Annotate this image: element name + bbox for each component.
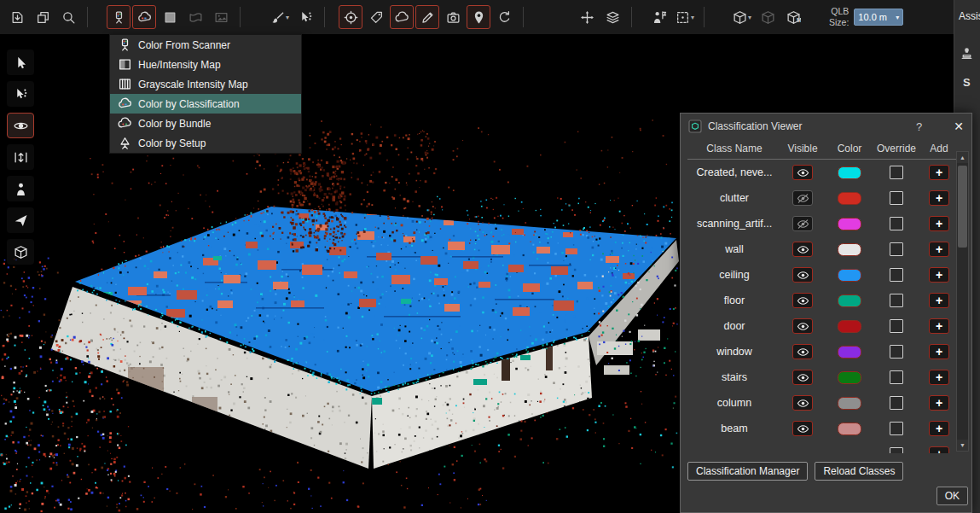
visibility-toggle-button[interactable]	[792, 370, 813, 385]
add-class-button[interactable]: +	[929, 318, 949, 334]
color-from-scanner-button[interactable]	[107, 5, 130, 29]
layers-button[interactable]	[600, 5, 624, 29]
override-checkbox[interactable]	[890, 242, 903, 256]
add-class-button[interactable]: +	[929, 267, 949, 283]
tag-button[interactable]	[364, 5, 388, 29]
color-swatch[interactable]	[838, 423, 861, 435]
walkthrough-tool-button[interactable]	[7, 176, 34, 201]
add-class-button[interactable]: +	[929, 395, 949, 411]
clipping-box-tool-button[interactable]	[7, 239, 34, 265]
markup-pen-button[interactable]	[415, 5, 439, 29]
scroll-thumb[interactable]	[958, 166, 967, 248]
pick-select-tool-button[interactable]	[7, 81, 34, 107]
menu-item-color-by-setup[interactable]: Color by Setup	[110, 133, 301, 153]
chevron-down-icon[interactable]: ▾	[748, 14, 751, 21]
reload-classes-button[interactable]: Reload Classes	[815, 462, 903, 481]
setup-icon	[117, 136, 132, 150]
visibility-toggle-button[interactable]	[792, 242, 813, 257]
color-swatch[interactable]	[838, 218, 861, 230]
add-class-button[interactable]: +	[929, 344, 949, 359]
color-cell	[838, 192, 861, 205]
chevron-down-icon[interactable]: ▾	[691, 14, 694, 21]
add-class-button[interactable]: +	[929, 446, 949, 453]
pick-points-button[interactable]	[293, 5, 317, 29]
help-button[interactable]: ?	[916, 120, 922, 133]
scrollbar[interactable]: ▲ ▼	[956, 151, 969, 452]
menu-item-color-by-bundle[interactable]: Color by Bundle	[110, 114, 301, 133]
color-swatch[interactable]	[838, 371, 861, 384]
visibility-toggle-button[interactable]	[792, 165, 813, 180]
snapshot-camera-button[interactable]	[441, 5, 465, 29]
override-checkbox[interactable]	[890, 191, 903, 205]
paint-tool-button[interactable]: ▾	[268, 5, 292, 29]
classification-manager-button[interactable]: Classification Manager	[687, 462, 808, 481]
override-checkbox[interactable]	[890, 345, 903, 359]
annotation-cloud-button[interactable]	[390, 5, 414, 29]
pan-tool-button[interactable]	[7, 144, 34, 170]
override-checkbox[interactable]	[890, 370, 903, 384]
override-checkbox[interactable]	[890, 447, 903, 453]
orbit-tool-button[interactable]	[7, 113, 34, 138]
override-checkbox[interactable]	[890, 319, 903, 333]
menu-item-color-from-scanner[interactable]: Color From Scanner	[110, 35, 301, 55]
visibility-toggle-button[interactable]	[792, 267, 813, 283]
color-swatch[interactable]	[838, 397, 861, 410]
import-project-button[interactable]	[5, 5, 29, 29]
classification-viewer-titlebar[interactable]: Classification Viewer ? ✕	[681, 114, 971, 139]
override-checkbox[interactable]	[890, 422, 903, 435]
zoom-button[interactable]	[56, 5, 80, 29]
scroll-down-button[interactable]: ▼	[957, 440, 968, 451]
selection-mode-button[interactable]: ▾	[673, 5, 697, 29]
ok-button[interactable]: OK	[937, 487, 968, 505]
visibility-toggle-button[interactable]	[792, 421, 813, 436]
color-swatch[interactable]	[838, 346, 861, 359]
color-by-classification-button[interactable]	[132, 5, 156, 29]
clipping-box-button[interactable]: ▾	[730, 5, 754, 29]
select-tool-button[interactable]	[7, 50, 34, 75]
fly-tool-button[interactable]	[7, 207, 34, 233]
menu-item-hue-intensity-map[interactable]: Hue/Intensity Map	[110, 55, 301, 74]
override-checkbox[interactable]	[890, 268, 903, 282]
color-swatch[interactable]	[838, 294, 861, 307]
visible-cell	[792, 165, 813, 180]
visibility-toggle-button[interactable]	[792, 344, 813, 359]
color-swatch[interactable]	[838, 192, 861, 205]
transform-axes-button[interactable]	[575, 5, 599, 29]
add-class-button[interactable]: +	[929, 293, 949, 308]
color-swatch[interactable]	[838, 243, 861, 256]
registration-user-button[interactable]	[647, 5, 671, 29]
qlb-size-select[interactable]: 10.0 m ▾	[854, 9, 903, 26]
add-class-button[interactable]: +	[929, 242, 949, 257]
menu-item-grayscale-intensity-map[interactable]: Grayscale Intensity Map	[110, 74, 301, 94]
visibility-toggle-button[interactable]	[792, 318, 813, 334]
visibility-toggle-button[interactable]	[792, 395, 813, 411]
rotate-view-button[interactable]	[492, 5, 516, 29]
override-checkbox[interactable]	[890, 396, 903, 410]
color-swatch[interactable]	[838, 166, 861, 179]
chevron-down-icon[interactable]: ▾	[286, 14, 289, 21]
add-class-button[interactable]: +	[929, 165, 949, 180]
assistant-tool-icon[interactable]	[960, 46, 974, 61]
scroll-up-button[interactable]: ▲	[957, 152, 968, 163]
menu-item-color-by-classification[interactable]: Color by Classification	[110, 94, 301, 114]
add-class-button[interactable]: +	[929, 370, 949, 385]
visibility-toggle-button[interactable]	[792, 216, 813, 231]
visibility-toggle-button[interactable]	[792, 190, 813, 206]
color-swatch[interactable]	[838, 269, 861, 282]
color-swatch[interactable]	[838, 320, 861, 333]
model-box-button[interactable]: M	[781, 5, 805, 29]
target-marker-button[interactable]	[339, 5, 362, 29]
close-icon[interactable]: ✕	[954, 120, 964, 133]
visible-cell	[792, 395, 813, 411]
override-checkbox[interactable]	[890, 294, 903, 307]
add-class-button[interactable]: +	[929, 421, 949, 436]
solid-color-button[interactable]	[158, 5, 182, 29]
override-checkbox[interactable]	[890, 166, 903, 179]
duplicate-window-button[interactable]	[31, 5, 55, 29]
visible-cell	[792, 293, 813, 308]
add-class-button[interactable]: +	[929, 216, 949, 231]
add-class-button[interactable]: +	[929, 190, 949, 206]
visibility-toggle-button[interactable]	[792, 293, 813, 308]
location-pin-button[interactable]	[467, 5, 490, 29]
override-checkbox[interactable]	[890, 217, 903, 230]
